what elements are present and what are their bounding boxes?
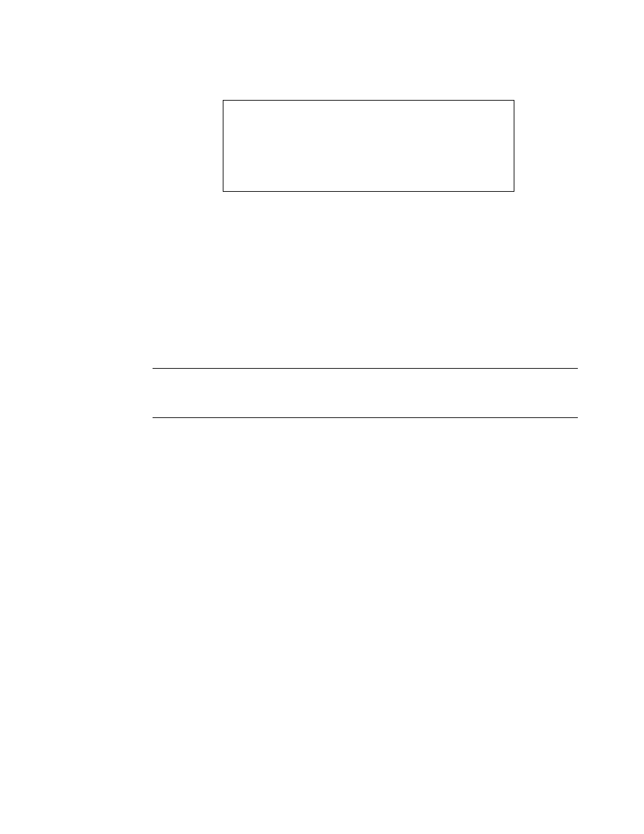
horizontal-rule-1 xyxy=(153,368,578,369)
empty-bordered-box xyxy=(223,100,514,192)
horizontal-rule-2 xyxy=(153,417,578,418)
